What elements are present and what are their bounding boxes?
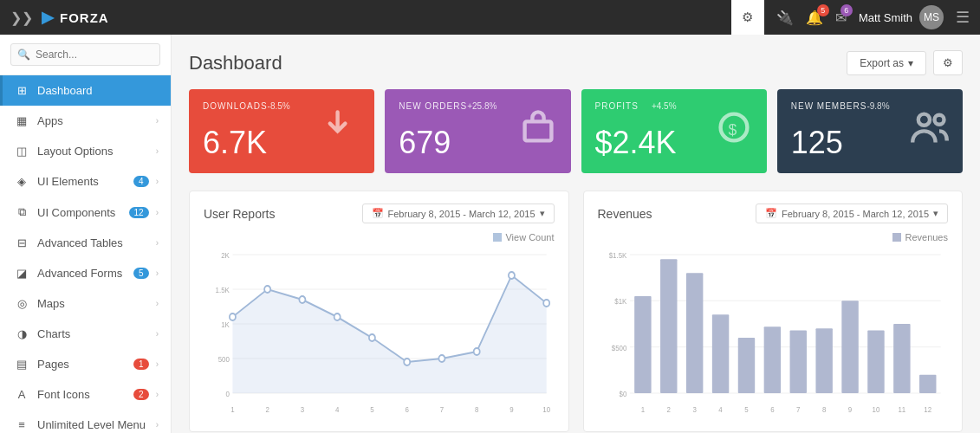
nav-icon-advanced-tables: ⊟ xyxy=(15,236,29,249)
nav-badge-font-icons: 2 xyxy=(133,389,149,400)
sidebar-item-advanced-forms[interactable]: ◪ Advanced Forms 5 › xyxy=(0,258,171,288)
svg-point-20 xyxy=(369,334,375,341)
svg-rect-0 xyxy=(524,121,551,140)
hamburger-icon[interactable]: ☰ xyxy=(956,8,970,27)
svg-point-22 xyxy=(438,355,445,362)
user-reports-title: User Reports xyxy=(204,207,275,221)
stat-card-profits: PROFITS +4.5% $2.4K $ xyxy=(581,89,767,173)
line-chart: 05001K1.5K2K12345678910 xyxy=(204,246,555,419)
nav-label-layout: Layout Options xyxy=(37,145,113,158)
topbar-settings-box[interactable]: ⚙ xyxy=(731,0,764,35)
topbar-user[interactable]: Matt Smith MS xyxy=(859,5,944,29)
svg-rect-46 xyxy=(660,259,677,393)
gear-icon: ⚙ xyxy=(742,10,753,25)
nav-item-left-apps: ▦ Apps xyxy=(15,114,63,127)
nav-right-apps: › xyxy=(156,116,159,126)
nav-icon-charts: ◑ xyxy=(15,327,29,340)
svg-point-21 xyxy=(404,359,410,365)
svg-text:9: 9 xyxy=(847,405,852,415)
user-reports-date-picker[interactable]: 📅 February 8, 2015 - March 12, 2015 ▾ xyxy=(362,204,555,223)
svg-text:8: 8 xyxy=(821,405,826,415)
export-label: Export as xyxy=(860,57,904,69)
bell-badge: 5 xyxy=(817,4,829,16)
sidebar-item-apps[interactable]: ▦ Apps › xyxy=(0,106,171,136)
svg-text:7: 7 xyxy=(796,405,801,415)
nav-right-ui-elements: 4 › xyxy=(133,176,159,187)
sidebar-item-unlimited-menu[interactable]: ≡ Unlimited Level Menu › xyxy=(0,410,171,433)
svg-point-23 xyxy=(474,348,480,355)
topbar-bell-icon[interactable]: 🔔 5 xyxy=(806,10,823,26)
nav-arrow-pages: › xyxy=(156,359,159,369)
nav-label-font-icons: Font Icons xyxy=(37,388,90,401)
svg-rect-66 xyxy=(919,375,936,393)
svg-text:2: 2 xyxy=(666,405,671,415)
stat-top-new-members: NEW MEMBERS -9.8% xyxy=(791,101,890,111)
revenues-date-picker[interactable]: 📅 February 8, 2015 - March 12, 2015 ▾ xyxy=(756,204,948,223)
nav-right-maps: › xyxy=(156,299,159,308)
sidebar-item-font-icons[interactable]: A Font Icons 2 › xyxy=(0,379,171,410)
sidebar-item-ui-elements[interactable]: ◈ UI Elements 4 › xyxy=(0,166,171,197)
nav-right-advanced-forms: 5 › xyxy=(133,268,159,279)
stat-svg-new-orders xyxy=(519,108,557,146)
sidebar-item-charts[interactable]: ◑ Charts › xyxy=(0,319,171,349)
calendar-icon-2: 📅 xyxy=(765,208,777,219)
nav-item-left-ui-elements: ◈ UI Elements xyxy=(15,175,99,188)
nav-right-pages: 1 › xyxy=(133,359,159,370)
svg-text:6: 6 xyxy=(770,405,775,415)
nav-icon-pages: ▤ xyxy=(15,358,29,371)
bar-chart: $0$500$1K$1.5K123456789101112 xyxy=(598,246,949,419)
nav-icon-layout: ◫ xyxy=(15,145,29,158)
svg-rect-48 xyxy=(685,273,702,393)
avatar: MS xyxy=(919,5,944,29)
nav-arrow-maps: › xyxy=(156,299,159,308)
stat-label-new-orders: NEW ORDERS xyxy=(399,101,467,111)
stat-value-new-orders: 679 xyxy=(399,125,496,161)
search-input[interactable] xyxy=(10,43,160,66)
export-button[interactable]: Export as ▾ xyxy=(847,51,926,75)
svg-text:5: 5 xyxy=(744,405,749,415)
svg-text:$1K: $1K xyxy=(614,297,626,307)
plugin-icon: 🔌 xyxy=(776,10,794,25)
nav-icon-dashboard: ⊞ xyxy=(15,84,29,97)
svg-point-19 xyxy=(334,313,341,320)
stat-icon-new-orders xyxy=(519,108,557,154)
stat-svg-downloads xyxy=(322,108,360,146)
nav-icon-advanced-forms: ◪ xyxy=(15,267,29,280)
sidebar-item-pages[interactable]: ▤ Pages 1 › xyxy=(0,349,171,379)
svg-text:12: 12 xyxy=(924,405,931,415)
stat-top-downloads: DOWNLOADS -8.5% xyxy=(203,101,290,111)
svg-text:3: 3 xyxy=(301,405,305,415)
settings-button[interactable]: ⚙ xyxy=(933,50,963,75)
svg-text:6: 6 xyxy=(405,405,409,415)
sidebar-item-advanced-tables[interactable]: ⊟ Advanced Tables › xyxy=(0,228,171,258)
sidebar-item-layout[interactable]: ◫ Layout Options › xyxy=(0,136,171,166)
svg-point-25 xyxy=(543,300,549,307)
nav-badge-advanced-forms: 5 xyxy=(133,268,149,279)
nav-item-left-dashboard: ⊞ Dashboard xyxy=(15,84,93,97)
nav-label-advanced-forms: Advanced Forms xyxy=(37,267,122,280)
svg-text:4: 4 xyxy=(335,405,340,415)
topbar-left: ❯❯ ▶ FORZA xyxy=(10,8,109,27)
nav-badge-pages: 1 xyxy=(133,359,149,370)
sidebar-item-dashboard[interactable]: ⊞ Dashboard xyxy=(0,75,171,106)
nav-label-apps: Apps xyxy=(37,114,63,127)
sidebar-item-ui-components[interactable]: ⧉ UI Components 12 › xyxy=(0,197,171,228)
svg-text:2K: 2K xyxy=(221,251,230,261)
svg-text:4: 4 xyxy=(718,405,723,415)
revenues-legend: Revenues xyxy=(598,232,949,242)
revenues-panel: Revenues 📅 February 8, 2015 - March 12, … xyxy=(583,191,964,432)
svg-rect-50 xyxy=(711,314,728,393)
stat-label-profits: PROFITS xyxy=(595,101,639,111)
menu-icon[interactable]: ❯❯ xyxy=(10,10,33,26)
nav-right-layout: › xyxy=(156,146,159,156)
topbar-envelope-icon[interactable]: ✉ 6 xyxy=(835,10,847,26)
rev-legend-dot xyxy=(892,233,901,242)
sidebar-item-maps[interactable]: ◎ Maps › xyxy=(0,288,171,319)
sidebar-nav: ⊞ Dashboard ▦ Apps › ◫ Layout Options › … xyxy=(0,75,171,433)
stat-icon-downloads xyxy=(322,108,360,154)
content-header: Dashboard Export as ▾ ⚙ xyxy=(189,50,963,75)
topbar-plugin-icon[interactable]: 🔌 xyxy=(776,10,794,26)
chevron-down-icon: ▾ xyxy=(908,57,913,69)
stat-svg-new-members xyxy=(911,108,949,146)
stat-card-new-orders: NEW ORDERS +25.8% 679 xyxy=(385,89,570,173)
